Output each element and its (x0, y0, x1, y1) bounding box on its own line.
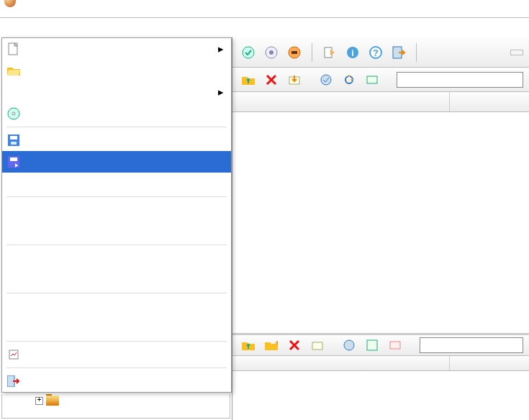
toolbar-btn-4[interactable] (320, 42, 340, 63)
svg-point-22 (321, 75, 331, 85)
file-menu-dropdown: ▸ ▸ (1, 37, 232, 393)
svg-rect-28 (367, 340, 377, 350)
path-btn-c[interactable] (362, 70, 382, 90)
path-btn-up[interactable] (238, 70, 258, 90)
path-btn-b[interactable] (339, 70, 359, 90)
new-file-icon (6, 42, 21, 56)
menu-separator (6, 127, 227, 127)
path-btn-delete[interactable] (261, 70, 281, 90)
path-input-top[interactable] (397, 72, 523, 88)
menu-separator (6, 196, 227, 197)
column-header-size[interactable] (450, 92, 529, 111)
app-icon (4, 0, 16, 7)
menu-item-compile-iml[interactable] (2, 317, 231, 339)
menu-item-open-project[interactable] (2, 247, 231, 269)
path2-btn-b[interactable] (362, 335, 382, 355)
path2-btn-new[interactable]: ✶ (261, 335, 281, 355)
svg-rect-29 (390, 342, 400, 349)
tree-item[interactable]: + (2, 394, 230, 407)
title-text (20, 0, 23, 7)
path2-btn-extract[interactable] (307, 335, 327, 355)
menu-separator (6, 293, 227, 293)
title-bar (0, 0, 529, 9)
svg-rect-7 (10, 158, 17, 161)
cd-icon (6, 106, 21, 121)
svg-rect-26 (312, 342, 322, 350)
file-list-header-bottom (232, 356, 529, 371)
file-list-bottom[interactable] (232, 371, 529, 420)
menu-item-verify-checksum[interactable] (2, 221, 231, 242)
path2-btn-delete[interactable] (284, 335, 304, 355)
bottom-pane: ✶ (232, 335, 529, 420)
menu-item-properties[interactable] (2, 344, 231, 365)
file-list-top[interactable] (232, 112, 529, 333)
toolbar-help-icon[interactable]: ? (366, 42, 386, 63)
menu-separator (6, 341, 227, 342)
properties-icon (6, 347, 21, 362)
column-header-name[interactable] (232, 356, 450, 370)
path2-btn-c[interactable] (385, 335, 405, 355)
svg-text:?: ? (373, 47, 379, 58)
folder-icon (46, 396, 59, 406)
save-as-icon (6, 155, 21, 169)
menu-item-sim-save[interactable] (2, 173, 231, 194)
svg-point-10 (243, 47, 254, 58)
svg-point-12 (269, 50, 273, 55)
menu-item-exit[interactable] (2, 370, 231, 392)
menu-item-save[interactable] (2, 129, 231, 151)
menu-item-save-as[interactable] (2, 151, 231, 173)
open-folder-icon (6, 63, 21, 78)
path-toolbar-top (232, 68, 529, 92)
exit-icon (6, 374, 21, 388)
svg-point-27 (344, 340, 354, 350)
menu-item-new[interactable]: ▸ (2, 38, 231, 60)
svg-rect-24 (367, 76, 377, 83)
file-list-header (232, 92, 529, 112)
toolbar-btn-1[interactable] (238, 42, 258, 63)
column-header-size[interactable] (450, 356, 529, 370)
toolbar-btn-3[interactable] (284, 42, 304, 63)
path-input-bottom[interactable] (420, 337, 523, 353)
toolbar-btn-2[interactable] (261, 42, 281, 63)
svg-text:✶: ✶ (274, 340, 278, 347)
path-btn-extract[interactable] (284, 70, 304, 90)
submenu-arrow-icon: ▸ (218, 86, 224, 99)
menu-item-save-project-as[interactable] (2, 269, 231, 291)
path-btn-a[interactable] (316, 70, 336, 90)
menu-item-open-cd[interactable] (2, 103, 231, 124)
svg-rect-4 (10, 136, 17, 140)
submenu-arrow-icon: ▸ (218, 42, 224, 55)
tree-panel: + (1, 394, 230, 419)
path2-btn-a[interactable] (339, 335, 359, 355)
menu-item-reopen[interactable]: ▸ (2, 81, 231, 103)
menu-item-import-iml[interactable] (2, 296, 231, 317)
save-icon (6, 133, 21, 147)
menu-item-create-checksum[interactable] (2, 199, 231, 221)
menu-separator (6, 245, 227, 245)
tree-expand-icon[interactable]: + (35, 397, 43, 405)
menubar (0, 9, 529, 18)
right-panel: i ? ✶ (232, 37, 529, 420)
column-header-name[interactable] (232, 92, 450, 111)
svg-text:i: i (351, 47, 354, 58)
svg-rect-14 (291, 51, 297, 54)
menu-separator (6, 368, 227, 368)
toolbar-separator (416, 43, 417, 62)
toolbar-info-icon[interactable]: i (343, 42, 363, 63)
main-toolbar: i ? (232, 37, 529, 68)
path-toolbar-bottom: ✶ (232, 335, 529, 356)
svg-point-2 (12, 112, 15, 115)
toolbar-separator (312, 43, 312, 62)
toolbar-btn-7[interactable] (389, 42, 409, 63)
size-total-box (510, 50, 523, 55)
file-pane-top (232, 92, 529, 335)
path2-btn-up[interactable] (238, 335, 258, 355)
menu-item-open[interactable] (2, 60, 231, 81)
svg-rect-5 (11, 142, 17, 145)
